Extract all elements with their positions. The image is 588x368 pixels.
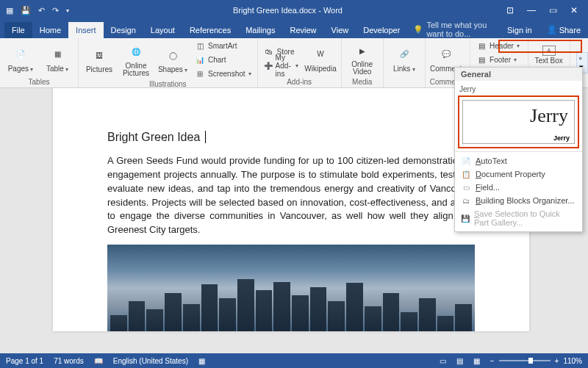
status-macro-icon[interactable]: ▦ [198,357,205,365]
online-pictures-icon: 🌐 [126,43,146,61]
link-icon: 🔗 [394,46,415,63]
chart-icon: 📊 [195,55,205,65]
qp-gallery-item-jerry[interactable]: Jerry Jerry [462,100,575,144]
tab-home[interactable]: Home [32,22,68,38]
qp-building-blocks-organizer[interactable]: 🗂Building Blocks Organizer... [455,194,582,207]
title-bar: ▦ 💾 ↶ ↷ ▾ Bright Green Idea.docx - Word … [0,0,588,21]
status-page[interactable]: Page 1 of 1 [6,357,43,365]
text-cursor [201,131,205,143]
table-button[interactable]: ▦ Table [41,46,74,73]
online-video-button[interactable]: ▶Online Video [346,42,379,76]
footer-icon: ▤ [476,55,487,65]
view-web-layout[interactable]: ▦ [473,357,480,365]
lightbulb-icon: 💡 [413,25,423,35]
smartart-icon: ◫ [195,41,205,51]
signature-caption: Jerry [553,134,570,142]
zoom-out-button[interactable]: − [490,357,495,365]
minimize-icon[interactable]: — [527,5,536,15]
chart-button[interactable]: 📊Chart [193,54,253,66]
sign-in-link[interactable]: Sign in [500,22,539,38]
bbo-icon: 🗂 [461,197,471,205]
group-addins-label: Add-ins [262,78,337,87]
field-icon: ▭ [461,184,471,192]
ribbon-options-icon[interactable]: ⊡ [506,5,514,15]
zoom-slider[interactable] [499,360,551,361]
tab-review[interactable]: Review [283,22,324,38]
callout-highlight-gallery-item: Jerry Jerry [458,95,579,148]
group-media-label: Media [346,78,379,87]
status-language[interactable]: English (United States) [113,357,188,365]
zoom-control[interactable]: − + 110% [490,357,582,365]
docprop-icon: 📋 [461,170,471,178]
qp-document-property[interactable]: 📋Document Property [455,167,582,181]
tab-layout[interactable]: Layout [143,22,182,38]
header-button[interactable]: ▤Header [475,40,523,52]
view-read-mode[interactable]: ▭ [440,357,446,365]
ribbon-tabs: File Home Insert Design Layout Reference… [0,21,588,38]
maximize-icon[interactable]: ▭ [549,5,557,15]
doc-body-paragraph[interactable]: A Green Seeds Fund would provide funding… [107,154,475,237]
pages-icon: 📄 [10,46,31,63]
footer-button[interactable]: ▤Footer [475,54,523,66]
wikipedia-button[interactable]: WWikipedia [304,46,336,73]
textbox-icon: A [542,46,556,56]
autotext-icon: 📄 [461,157,471,165]
status-word-count[interactable]: 71 words [54,357,84,365]
my-addins-button[interactable]: ➕My Add-ins [262,59,301,72]
pages-button[interactable]: 📄 Pages [4,46,37,73]
tab-developer[interactable]: Developer [356,22,407,38]
store-icon: 🛍 [264,47,274,57]
tell-me-search[interactable]: 💡 Tell me what you want to do... [407,21,500,38]
comment-icon: 💬 [436,46,456,63]
qp-field[interactable]: ▭Field... [455,181,582,194]
doc-heading[interactable]: Bright Green Idea [107,131,475,144]
tab-design[interactable]: Design [104,22,143,38]
qp-autotext[interactable]: 📄AutoText [455,154,582,167]
view-print-layout[interactable]: ▤ [456,357,463,365]
signature-preview: Jerry [530,105,568,127]
table-icon: ▦ [47,46,68,63]
share-button[interactable]: 👤 Share [539,21,588,38]
smartart-button[interactable]: ◫SmartArt [193,40,253,52]
save-gallery-icon: 💾 [461,214,470,223]
doc-image-skyline[interactable] [107,245,475,331]
zoom-in-button[interactable]: + [555,357,559,365]
screenshot-button[interactable]: ⊞Screenshot [193,68,253,80]
app-icon: ▦ [6,6,13,15]
close-icon[interactable]: ✕ [570,5,578,15]
tab-references[interactable]: References [182,22,238,38]
group-tables-label: Tables [4,78,74,87]
window-title: Bright Green Idea.docx - Word [69,6,506,15]
tab-insert[interactable]: Insert [68,22,104,38]
screenshot-icon: ⊞ [195,69,205,79]
shapes-icon: ◯ [162,46,183,64]
qp-gallery-label: Jerry [458,84,579,95]
share-icon: 👤 [547,25,557,35]
addins-icon: ➕ [264,61,273,71]
pictures-button[interactable]: 🖼Pictures [83,46,115,73]
status-bar: Page 1 of 1 71 words 📖 English (United S… [0,353,588,368]
redo-icon[interactable]: ↷ [52,6,59,15]
zoom-value[interactable]: 110% [563,357,582,365]
links-button[interactable]: 🔗Links [388,46,420,73]
status-proofing-icon[interactable]: 📖 [94,357,103,365]
pictures-icon: 🖼 [89,46,110,64]
wikipedia-icon: W [310,46,331,63]
tab-view[interactable]: View [324,22,356,38]
tab-mailings[interactable]: Mailings [238,22,282,38]
tab-file[interactable]: File [4,22,32,38]
header-icon: ▤ [476,41,487,51]
qp-save-selection: 💾Save Selection to Quick Part Gallery... [455,207,582,229]
quick-parts-dropdown: General Jerry Jerry Jerry 📄AutoText 📋Doc… [454,67,583,232]
quick-access-toolbar: ▦ 💾 ↶ ↷ ▾ [0,6,69,15]
shapes-button[interactable]: ◯Shapes [157,46,189,73]
save-icon[interactable]: 💾 [21,6,31,15]
video-icon: ▶ [352,42,373,59]
undo-icon[interactable]: ↶ [38,6,45,15]
online-pictures-button[interactable]: 🌐Online Pictures [120,43,152,77]
qp-section-general: General [455,68,582,81]
